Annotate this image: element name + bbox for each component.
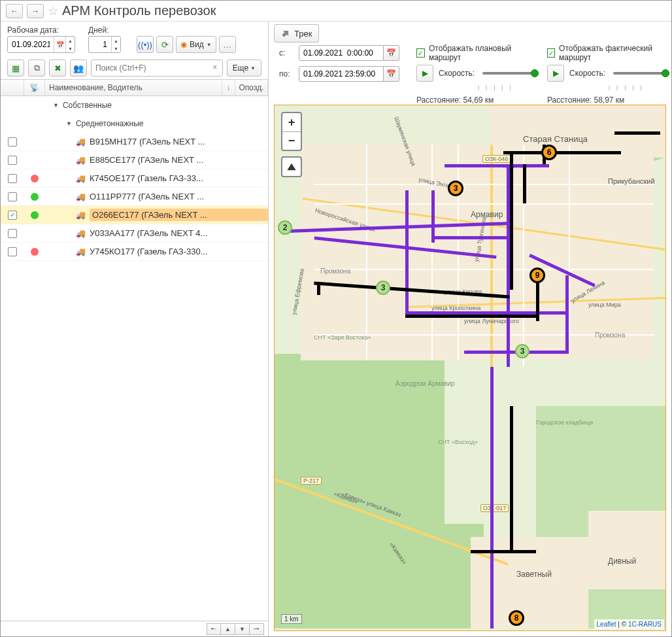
page-last-button[interactable]: ⭲ [250,623,264,635]
from-calendar-icon[interactable]: 📅 [384,45,399,61]
back-button[interactable]: ← [6,4,23,18]
search-clear-icon[interactable]: × [210,62,220,73]
group-own[interactable]: ▼Собственные [1,96,268,114]
marker-3a[interactable]: 3 [448,181,463,196]
snt-zarya: СНТ «Заря Востока» [314,334,371,341]
planned-route-checkbox[interactable]: ✓ [416,48,425,58]
view-dropdown[interactable]: ◉ Вид ▼ [176,36,216,53]
actual-speed-slider[interactable] [613,72,666,75]
truck-icon: 🚚 [45,137,90,146]
calendar-icon[interactable]: 📅 [54,37,65,52]
vehicle-checkbox[interactable] [8,156,17,165]
search-input[interactable] [91,60,223,77]
truck-icon: 🚚 [45,247,90,256]
days-down[interactable]: ▼ [111,44,120,52]
planned-speed-slider[interactable] [482,72,535,75]
map-scale: 1 km [281,614,302,624]
actual-play-button[interactable]: ▶ [547,65,564,82]
vehicle-name: У745КО177 (Газель ГАЗ-330... [90,247,268,256]
star-icon[interactable]: ☆ [48,4,58,18]
workdate-up[interactable]: ▲ [65,37,75,44]
label-kladbishe: Городское кладбище [536,419,593,426]
vehicle-name: У033АА177 (ГАЗель NEXT 4... [90,228,268,238]
snt-voshod: СНТ «Восход» [438,439,478,445]
city-zavetniy: Заветный [516,570,552,579]
vehicle-row[interactable]: 🚚К745ОЕ177 (Газель ГАЗ-33... [1,169,268,188]
truck-icon: 🚚 [45,229,90,238]
track-button[interactable]: Трек [274,24,319,43]
workdate-input[interactable] [8,40,54,49]
forward-button[interactable]: → [27,4,44,18]
marker-3b[interactable]: 3 [376,281,390,295]
vehicle-name: В915МН177 (ГАЗель NEXT ... [90,137,268,146]
vehicle-row[interactable]: ✓🚚О266ЕС177 (ГАЗель NEXT ... [1,206,268,224]
leaflet-link[interactable]: Leaflet [597,621,616,628]
satellite-icon: 📡 [29,83,39,92]
truck-icon: 🚚 [45,156,90,165]
group-mid[interactable]: ▼Среднетоннажные [1,114,268,133]
vehicle-name: Е885СЕ177 (ГАЗель NEXT ... [90,155,268,165]
tool-button[interactable]: ✖ [49,60,66,77]
sort-icon[interactable]: ↓ [222,80,235,95]
truck-icon: 🚚 [45,192,90,201]
vehicle-checkbox[interactable] [8,229,17,238]
vehicle-name: К745ОЕ177 (Газель ГАЗ-33... [90,173,268,183]
to-datetime-input[interactable] [299,66,384,82]
people-button[interactable]: 👥 [70,60,87,77]
road-mira: улица Мира [588,301,621,308]
vehicle-checkbox[interactable] [8,192,17,201]
vehicle-row[interactable]: 🚚О111РР777 (ГАЗель NEXT ... [1,188,268,206]
marker-8[interactable]: 8 [509,610,524,626]
planned-distance-value: 54,69 км [463,95,494,105]
days-up[interactable]: ▲ [111,37,120,44]
page-up-button[interactable]: ▲ [221,623,235,635]
page-first-button[interactable]: ⭰ [207,623,221,635]
vehicle-row[interactable]: 🚚В915МН177 (ГАЗель NEXT ... [1,133,268,151]
vehicle-checkbox[interactable] [8,174,17,183]
layers-button[interactable] [281,156,302,177]
marker-6[interactable]: 6 [541,145,557,160]
from-datetime-input[interactable] [299,45,384,61]
actual-route-checkbox[interactable]: ✓ [547,48,555,58]
marker-9[interactable]: 9 [529,267,545,283]
zoom-in-button[interactable]: + [282,113,301,131]
ellipsis-button[interactable]: … [219,36,236,53]
vehicle-checkbox[interactable] [8,247,17,256]
vehicle-checkbox[interactable]: ✓ [8,211,17,220]
doc-add-button[interactable]: ▦ [7,60,24,77]
status-dot [31,175,39,182]
planned-speed-label: Скорость: [439,69,475,78]
marker-3c[interactable]: 3 [515,344,529,358]
column-delay[interactable]: Опозд. [235,80,268,95]
page-down-button[interactable]: ▼ [235,623,250,635]
days-label: Дней: [88,26,121,35]
actual-speed-label: Скорость: [569,69,605,78]
page-title: АРМ Контроль перевозок [62,3,216,18]
planned-play-button[interactable]: ▶ [416,65,433,82]
status-dot [31,248,39,256]
rarus-link[interactable]: 1C-RARUS [628,621,662,628]
layers-icon [286,162,297,172]
to-calendar-icon[interactable]: 📅 [384,66,399,82]
map[interactable]: Армавир Старая Станица Прикубанский Заве… [274,105,666,631]
vehicle-row[interactable]: 🚚У033АА177 (ГАЗель NEXT 4... [1,224,268,243]
to-label: по: [279,69,294,78]
column-name[interactable]: Наименование, Водитель [45,80,222,95]
city-prikub: Прикубанский [608,177,655,185]
zoom-out-button[interactable]: − [282,131,301,150]
vehicle-checkbox[interactable] [8,137,17,146]
more-button[interactable]: Еще ▼ [227,60,261,77]
doc-copy-button[interactable]: ⧉ [28,60,45,77]
status-dot [31,193,39,201]
vehicle-row[interactable]: 🚚У745КО177 (Газель ГАЗ-330... [1,243,268,261]
vehicle-row[interactable]: 🚚Е885СЕ177 (ГАЗель NEXT ... [1,151,268,169]
workdate-label: Рабочая дата: [7,26,75,35]
city-staraya: Старая Станица [523,134,588,144]
road-o3k017: О3К-017 [480,504,509,512]
marker-2[interactable]: 2 [278,220,292,235]
workdate-down[interactable]: ▼ [65,44,75,52]
days-input[interactable] [89,40,111,49]
refresh-button[interactable]: ⟳ [156,36,173,53]
vehicle-name: О266ЕС177 (ГАЗель NEXT ... [90,209,268,221]
signal-button[interactable]: ((•)) [137,36,154,53]
